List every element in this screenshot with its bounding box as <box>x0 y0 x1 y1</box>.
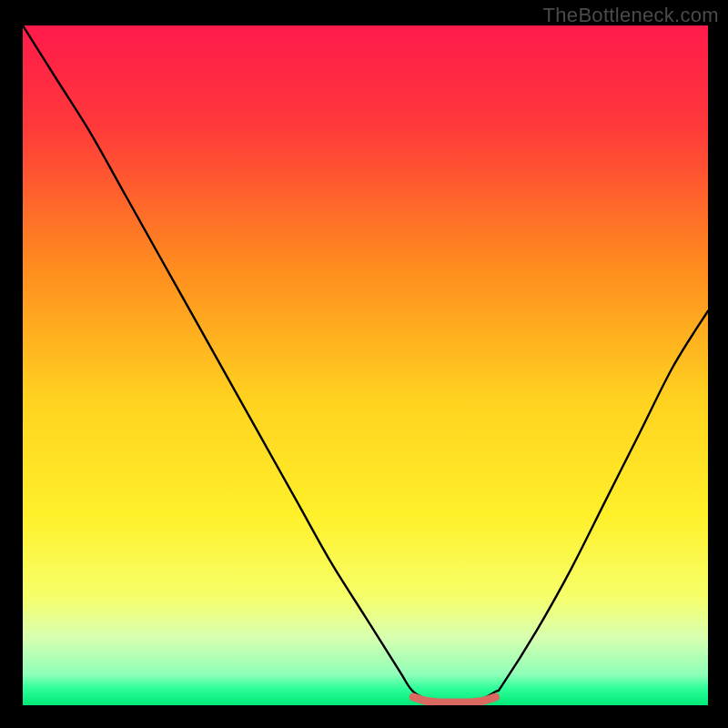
watermark-text: TheBottleneck.com <box>543 4 719 27</box>
bottleneck-chart <box>0 0 728 728</box>
plot-background <box>23 25 708 705</box>
chart-frame: TheBottleneck.com <box>0 0 728 728</box>
